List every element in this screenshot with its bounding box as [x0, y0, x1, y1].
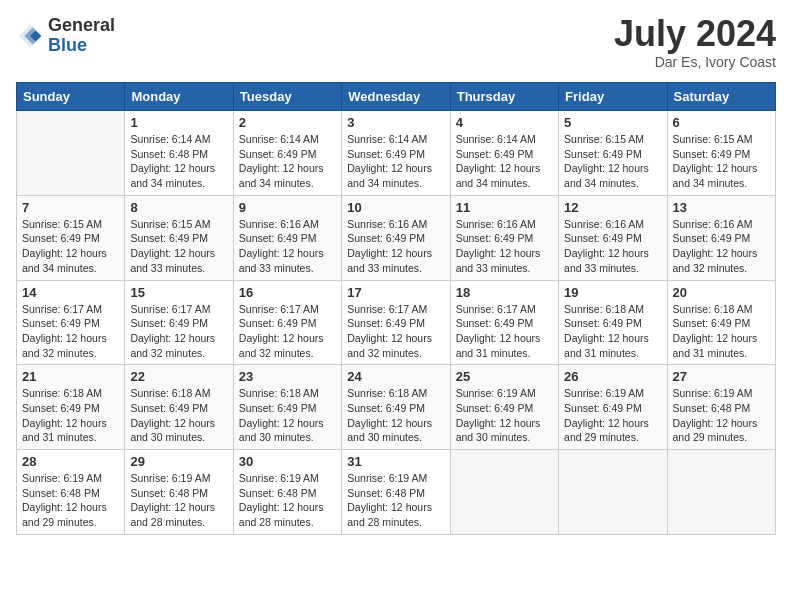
- day-info: Sunrise: 6:16 AM Sunset: 6:49 PM Dayligh…: [239, 217, 336, 276]
- day-info: Sunrise: 6:14 AM Sunset: 6:49 PM Dayligh…: [239, 132, 336, 191]
- day-number: 11: [456, 200, 553, 215]
- calendar-cell: 21Sunrise: 6:18 AM Sunset: 6:49 PM Dayli…: [17, 365, 125, 450]
- day-number: 15: [130, 285, 227, 300]
- day-info: Sunrise: 6:19 AM Sunset: 6:48 PM Dayligh…: [239, 471, 336, 530]
- header-cell-wednesday: Wednesday: [342, 83, 450, 111]
- calendar-cell: 14Sunrise: 6:17 AM Sunset: 6:49 PM Dayli…: [17, 280, 125, 365]
- calendar-cell: 10Sunrise: 6:16 AM Sunset: 6:49 PM Dayli…: [342, 195, 450, 280]
- day-number: 1: [130, 115, 227, 130]
- day-number: 9: [239, 200, 336, 215]
- calendar-cell: 30Sunrise: 6:19 AM Sunset: 6:48 PM Dayli…: [233, 450, 341, 535]
- day-info: Sunrise: 6:19 AM Sunset: 6:49 PM Dayligh…: [456, 386, 553, 445]
- calendar-cell: 24Sunrise: 6:18 AM Sunset: 6:49 PM Dayli…: [342, 365, 450, 450]
- logo-text: General Blue: [48, 16, 115, 56]
- day-number: 14: [22, 285, 119, 300]
- day-number: 12: [564, 200, 661, 215]
- calendar-cell: 23Sunrise: 6:18 AM Sunset: 6:49 PM Dayli…: [233, 365, 341, 450]
- calendar-cell: 9Sunrise: 6:16 AM Sunset: 6:49 PM Daylig…: [233, 195, 341, 280]
- week-row-1: 7Sunrise: 6:15 AM Sunset: 6:49 PM Daylig…: [17, 195, 776, 280]
- calendar-cell: 28Sunrise: 6:19 AM Sunset: 6:48 PM Dayli…: [17, 450, 125, 535]
- day-number: 4: [456, 115, 553, 130]
- calendar-cell: 4Sunrise: 6:14 AM Sunset: 6:49 PM Daylig…: [450, 111, 558, 196]
- logo-general: General: [48, 16, 115, 36]
- header-cell-tuesday: Tuesday: [233, 83, 341, 111]
- calendar-cell: 12Sunrise: 6:16 AM Sunset: 6:49 PM Dayli…: [559, 195, 667, 280]
- day-info: Sunrise: 6:19 AM Sunset: 6:48 PM Dayligh…: [22, 471, 119, 530]
- day-info: Sunrise: 6:18 AM Sunset: 6:49 PM Dayligh…: [22, 386, 119, 445]
- day-info: Sunrise: 6:15 AM Sunset: 6:49 PM Dayligh…: [673, 132, 770, 191]
- day-info: Sunrise: 6:18 AM Sunset: 6:49 PM Dayligh…: [564, 302, 661, 361]
- calendar-cell: [667, 450, 775, 535]
- calendar-cell: 2Sunrise: 6:14 AM Sunset: 6:49 PM Daylig…: [233, 111, 341, 196]
- day-number: 24: [347, 369, 444, 384]
- calendar-cell: 15Sunrise: 6:17 AM Sunset: 6:49 PM Dayli…: [125, 280, 233, 365]
- day-number: 2: [239, 115, 336, 130]
- day-number: 21: [22, 369, 119, 384]
- calendar-cell: 13Sunrise: 6:16 AM Sunset: 6:49 PM Dayli…: [667, 195, 775, 280]
- day-info: Sunrise: 6:17 AM Sunset: 6:49 PM Dayligh…: [239, 302, 336, 361]
- calendar-cell: [559, 450, 667, 535]
- day-info: Sunrise: 6:14 AM Sunset: 6:48 PM Dayligh…: [130, 132, 227, 191]
- week-row-3: 21Sunrise: 6:18 AM Sunset: 6:49 PM Dayli…: [17, 365, 776, 450]
- day-info: Sunrise: 6:19 AM Sunset: 6:49 PM Dayligh…: [564, 386, 661, 445]
- day-number: 18: [456, 285, 553, 300]
- location-label: Dar Es, Ivory Coast: [614, 54, 776, 70]
- day-info: Sunrise: 6:16 AM Sunset: 6:49 PM Dayligh…: [673, 217, 770, 276]
- day-info: Sunrise: 6:16 AM Sunset: 6:49 PM Dayligh…: [347, 217, 444, 276]
- calendar-cell: 6Sunrise: 6:15 AM Sunset: 6:49 PM Daylig…: [667, 111, 775, 196]
- calendar-cell: 27Sunrise: 6:19 AM Sunset: 6:48 PM Dayli…: [667, 365, 775, 450]
- header-cell-friday: Friday: [559, 83, 667, 111]
- calendar-cell: [450, 450, 558, 535]
- page-header: General Blue July 2024 Dar Es, Ivory Coa…: [16, 16, 776, 70]
- calendar-cell: 19Sunrise: 6:18 AM Sunset: 6:49 PM Dayli…: [559, 280, 667, 365]
- calendar-cell: 22Sunrise: 6:18 AM Sunset: 6:49 PM Dayli…: [125, 365, 233, 450]
- logo-icon: [16, 22, 44, 50]
- header-cell-saturday: Saturday: [667, 83, 775, 111]
- day-number: 19: [564, 285, 661, 300]
- day-number: 16: [239, 285, 336, 300]
- calendar-cell: 17Sunrise: 6:17 AM Sunset: 6:49 PM Dayli…: [342, 280, 450, 365]
- day-number: 26: [564, 369, 661, 384]
- week-row-0: 1Sunrise: 6:14 AM Sunset: 6:48 PM Daylig…: [17, 111, 776, 196]
- month-year-title: July 2024: [614, 16, 776, 52]
- day-number: 30: [239, 454, 336, 469]
- header-cell-sunday: Sunday: [17, 83, 125, 111]
- calendar-cell: 1Sunrise: 6:14 AM Sunset: 6:48 PM Daylig…: [125, 111, 233, 196]
- day-info: Sunrise: 6:17 AM Sunset: 6:49 PM Dayligh…: [347, 302, 444, 361]
- calendar-cell: 11Sunrise: 6:16 AM Sunset: 6:49 PM Dayli…: [450, 195, 558, 280]
- day-info: Sunrise: 6:14 AM Sunset: 6:49 PM Dayligh…: [456, 132, 553, 191]
- calendar-cell: 25Sunrise: 6:19 AM Sunset: 6:49 PM Dayli…: [450, 365, 558, 450]
- day-number: 7: [22, 200, 119, 215]
- day-number: 5: [564, 115, 661, 130]
- day-info: Sunrise: 6:19 AM Sunset: 6:48 PM Dayligh…: [673, 386, 770, 445]
- logo: General Blue: [16, 16, 115, 56]
- week-row-2: 14Sunrise: 6:17 AM Sunset: 6:49 PM Dayli…: [17, 280, 776, 365]
- day-info: Sunrise: 6:17 AM Sunset: 6:49 PM Dayligh…: [130, 302, 227, 361]
- day-info: Sunrise: 6:18 AM Sunset: 6:49 PM Dayligh…: [130, 386, 227, 445]
- day-number: 25: [456, 369, 553, 384]
- day-info: Sunrise: 6:15 AM Sunset: 6:49 PM Dayligh…: [22, 217, 119, 276]
- day-number: 29: [130, 454, 227, 469]
- day-number: 17: [347, 285, 444, 300]
- day-info: Sunrise: 6:14 AM Sunset: 6:49 PM Dayligh…: [347, 132, 444, 191]
- title-block: July 2024 Dar Es, Ivory Coast: [614, 16, 776, 70]
- calendar-body: 1Sunrise: 6:14 AM Sunset: 6:48 PM Daylig…: [17, 111, 776, 535]
- calendar-cell: 20Sunrise: 6:18 AM Sunset: 6:49 PM Dayli…: [667, 280, 775, 365]
- calendar-cell: 26Sunrise: 6:19 AM Sunset: 6:49 PM Dayli…: [559, 365, 667, 450]
- logo-blue: Blue: [48, 36, 115, 56]
- calendar-cell: 16Sunrise: 6:17 AM Sunset: 6:49 PM Dayli…: [233, 280, 341, 365]
- day-info: Sunrise: 6:18 AM Sunset: 6:49 PM Dayligh…: [347, 386, 444, 445]
- day-number: 13: [673, 200, 770, 215]
- calendar-cell: 18Sunrise: 6:17 AM Sunset: 6:49 PM Dayli…: [450, 280, 558, 365]
- calendar-cell: 7Sunrise: 6:15 AM Sunset: 6:49 PM Daylig…: [17, 195, 125, 280]
- day-info: Sunrise: 6:16 AM Sunset: 6:49 PM Dayligh…: [564, 217, 661, 276]
- calendar-cell: [17, 111, 125, 196]
- calendar-header: SundayMondayTuesdayWednesdayThursdayFrid…: [17, 83, 776, 111]
- day-info: Sunrise: 6:19 AM Sunset: 6:48 PM Dayligh…: [347, 471, 444, 530]
- day-number: 20: [673, 285, 770, 300]
- week-row-4: 28Sunrise: 6:19 AM Sunset: 6:48 PM Dayli…: [17, 450, 776, 535]
- day-info: Sunrise: 6:18 AM Sunset: 6:49 PM Dayligh…: [673, 302, 770, 361]
- day-info: Sunrise: 6:17 AM Sunset: 6:49 PM Dayligh…: [456, 302, 553, 361]
- day-number: 22: [130, 369, 227, 384]
- day-info: Sunrise: 6:16 AM Sunset: 6:49 PM Dayligh…: [456, 217, 553, 276]
